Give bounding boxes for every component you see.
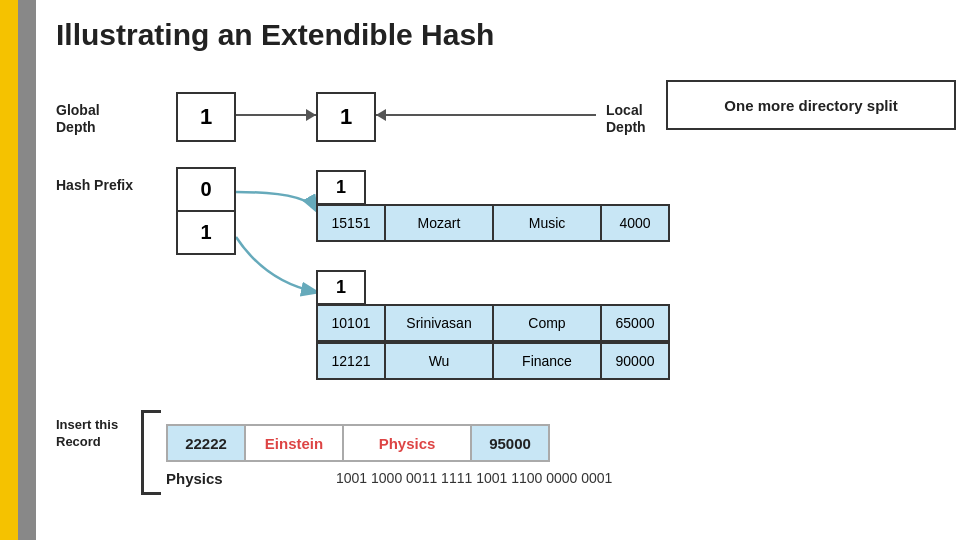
- left-bar-yellow: [0, 0, 18, 540]
- insert-bracket: [141, 410, 161, 495]
- mozart-dept: Music: [492, 204, 602, 242]
- one-more-box: One more directory split: [666, 80, 956, 130]
- local-depth-arrow: [376, 114, 596, 116]
- diagram: GlobalDepth 1 1 LocalDepth One more dire…: [46, 62, 960, 482]
- physics-text: Physics: [166, 470, 223, 487]
- global-depth-label: GlobalDepth: [56, 102, 100, 136]
- hp-cell-1: 1: [176, 210, 236, 255]
- insert-name: Einstein: [244, 424, 344, 462]
- srinivasan-dept: Comp: [492, 304, 602, 342]
- local-depth-label: LocalDepth: [606, 102, 646, 136]
- left-bar-gray: [18, 0, 36, 540]
- insert-id: 22222: [166, 424, 246, 462]
- mozart-row: 15151 Mozart Music 4000: [316, 204, 668, 242]
- srinivasan-name: Srinivasan: [384, 304, 494, 342]
- wu-name: Wu: [384, 342, 494, 380]
- mozart-id: 15151: [316, 204, 386, 242]
- local-depth-top-box: 1: [316, 170, 366, 203]
- wu-dept: Finance: [492, 342, 602, 380]
- depth-val-box: 1: [316, 92, 376, 142]
- main-content: Illustrating an Extendible Hash GlobalDe…: [46, 0, 960, 540]
- mozart-name: Mozart: [384, 204, 494, 242]
- mozart-salary: 4000: [600, 204, 670, 242]
- wu-row: 12121 Wu Finance 90000: [316, 342, 668, 380]
- local-depth-bottom-box: 1: [316, 270, 366, 303]
- insert-dept: Physics: [342, 424, 472, 462]
- binary-text: 1001 1000 0011 1111 1001 1100 0000 0001: [336, 470, 612, 486]
- wu-id: 12121: [316, 342, 386, 380]
- srinivasan-salary: 65000: [600, 304, 670, 342]
- global-depth-box: 1: [176, 92, 236, 142]
- srinivasan-row: 10101 Srinivasan Comp 65000: [316, 304, 668, 342]
- page-title: Illustrating an Extendible Hash: [46, 0, 960, 62]
- hash-prefix-label: Hash Prefix: [56, 177, 133, 193]
- insert-row: 22222 Einstein Physics 95000: [166, 424, 548, 462]
- wu-salary: 90000: [600, 342, 670, 380]
- insert-label: Insert thisRecord: [56, 417, 118, 451]
- insert-salary: 95000: [470, 424, 550, 462]
- hash-prefix-table: 0 1: [176, 167, 236, 253]
- hp-cell-0: 0: [176, 167, 236, 212]
- srinivasan-id: 10101: [316, 304, 386, 342]
- global-depth-arrow: [236, 114, 316, 116]
